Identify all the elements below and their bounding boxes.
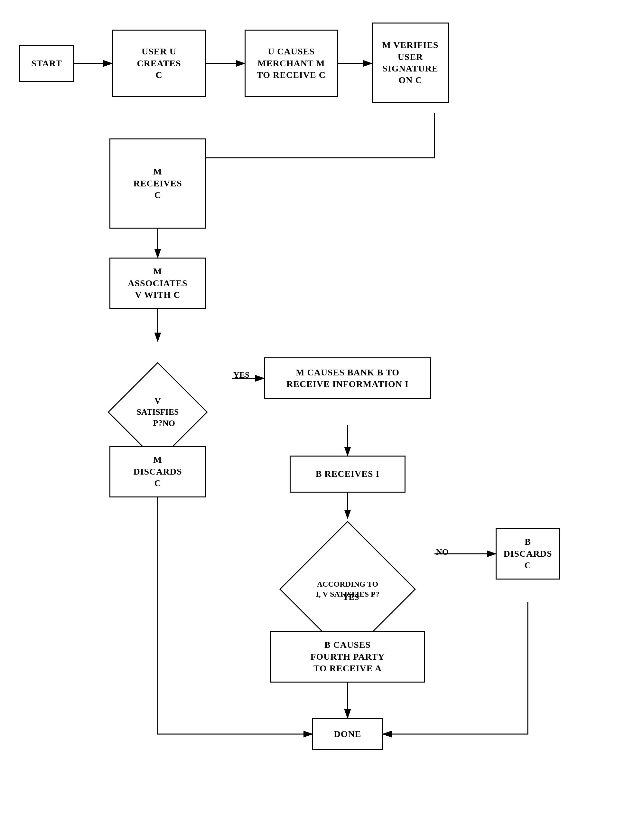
user-creates-label: USER U CREATES C xyxy=(137,46,181,81)
yes1-text: YES xyxy=(233,370,250,380)
v-satisfies-label: VSATISFIESP? xyxy=(136,396,178,428)
done-label: DONE xyxy=(334,728,361,740)
b-discards-node: B DISCARDS C xyxy=(495,528,560,579)
m-verifies-label: M VERIFIES USER SIGNATURE ON C xyxy=(382,39,438,86)
m-receives-label: M RECEIVES C xyxy=(133,166,182,201)
m-causes-bank-label: M CAUSES BANK B TO RECEIVE INFORMATION I xyxy=(286,367,409,390)
yes1-label: YES xyxy=(233,370,250,380)
m-associates-label: M ASSOCIATES V WITH C xyxy=(128,265,187,301)
user-creates-node: USER U CREATES C xyxy=(112,30,206,97)
according-to-label: ACCORDING TOI, V SATISFIES P? xyxy=(316,579,379,599)
m-causes-bank-node: M CAUSES BANK B TO RECEIVE INFORMATION I xyxy=(264,357,431,399)
b-receives-node: B RECEIVES I xyxy=(290,456,405,493)
start-label: START xyxy=(31,58,62,69)
no2-text: NO xyxy=(436,547,449,557)
u-causes-merchant-node: U CAUSES MERCHANT M TO RECEIVE C xyxy=(244,30,338,97)
m-discards-node: M DISCARDS C xyxy=(109,446,206,497)
no2-label: NO xyxy=(436,547,449,557)
b-causes-node: B CAUSES FOURTH PARTY TO RECEIVE A xyxy=(270,631,425,682)
m-discards-label: M DISCARDS C xyxy=(133,454,182,489)
m-associates-node: M ASSOCIATES V WITH C xyxy=(109,257,206,309)
m-verifies-node: M VERIFIES USER SIGNATURE ON C xyxy=(372,22,449,103)
b-receives-label: B RECEIVES I xyxy=(316,468,380,480)
start-node: START xyxy=(19,45,74,82)
flowchart: START USER U CREATES C U CAUSES MERCHANT… xyxy=(0,0,634,840)
done-node: DONE xyxy=(312,718,383,750)
b-causes-label: B CAUSES FOURTH PARTY TO RECEIVE A xyxy=(310,639,385,674)
m-receives-node: M RECEIVES C xyxy=(109,139,206,229)
b-discards-label: B DISCARDS C xyxy=(503,536,552,571)
u-causes-merchant-label: U CAUSES MERCHANT M TO RECEIVE C xyxy=(257,46,326,81)
